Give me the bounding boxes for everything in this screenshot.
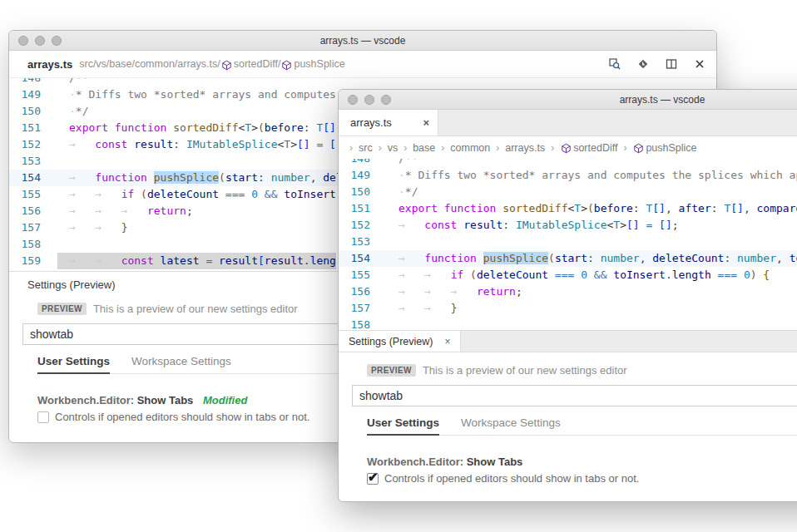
code-line-152[interactable]: 152→ const result: IMutableSplice<T>[] =… xyxy=(339,217,797,234)
zoom-window-button[interactable] xyxy=(52,36,62,46)
line-number: 150 xyxy=(9,103,57,120)
preview-badge: PREVIEW xyxy=(37,303,87,315)
settings-tab-bar: Settings (Preview) × xyxy=(339,331,797,352)
symbol-cube-icon xyxy=(281,60,292,71)
tab-user-settings[interactable]: User Settings xyxy=(367,416,439,436)
line-number: 150 xyxy=(339,184,387,200)
tab-arrays-ts[interactable]: arrays.ts × xyxy=(339,110,438,135)
window-title: arrays.ts — vscode xyxy=(339,94,797,106)
titlebar[interactable]: arrays.ts — vscode xyxy=(339,90,797,110)
path-segment[interactable]: src/vs/base/common/arrays.ts/ xyxy=(79,58,220,70)
breadcrumb-separator: › xyxy=(623,142,626,154)
breadcrumb-separator: › xyxy=(379,142,382,154)
line-number: 148 xyxy=(9,78,57,86)
show-tabs-checkbox[interactable] xyxy=(37,411,49,423)
breadcrumb-item-sortedDiff[interactable]: sortedDiff xyxy=(573,142,617,154)
editor-title-header: arrays.ts src/vs/base/common/arrays.ts/s… xyxy=(9,51,716,78)
setting-category: Workbench.Editor: xyxy=(367,456,463,468)
line-number: 156 xyxy=(9,203,57,219)
tab-label: arrays.ts xyxy=(350,116,423,129)
close-tab-icon[interactable]: × xyxy=(444,336,450,347)
line-number: 154 xyxy=(9,170,57,186)
line-number: 156 xyxy=(339,283,387,300)
breadcrumb-item-vs[interactable]: vs xyxy=(388,142,398,154)
code-line-155[interactable]: 155→ → if (deleteCount === 0 && toInsert… xyxy=(339,267,797,283)
minimize-window-button[interactable] xyxy=(35,36,45,46)
code-line-148[interactable]: 148/** xyxy=(339,159,797,167)
path-segment[interactable]: sortedDiff/ xyxy=(234,58,281,70)
settings-preview-panel: Settings (Preview) × PREVIEW This is a p… xyxy=(339,330,797,485)
line-number: 158 xyxy=(339,317,387,330)
close-window-button[interactable] xyxy=(18,36,28,46)
code-editor[interactable]: 148/**149·* Diffs two *sorted* arrays an… xyxy=(339,159,797,330)
traffic-lights xyxy=(348,90,391,109)
breadcrumb-separator: › xyxy=(349,142,353,154)
line-number: 154 xyxy=(339,250,387,267)
line-number: 153 xyxy=(339,234,387,250)
breadcrumb-item-arrays.ts[interactable]: arrays.ts xyxy=(505,142,545,154)
file-path-breadcrumb[interactable]: src/vs/base/common/arrays.ts/sortedDiff/… xyxy=(79,58,344,70)
line-number: 151 xyxy=(9,120,57,136)
tab-workspace-settings[interactable]: Workspace Settings xyxy=(131,355,231,373)
preview-badge: PREVIEW xyxy=(367,364,416,377)
preview-description: This is a preview of our new settings ed… xyxy=(423,364,627,377)
open-changes-icon[interactable] xyxy=(636,57,650,71)
line-number: 152 xyxy=(339,217,387,234)
minimize-window-button[interactable] xyxy=(364,95,374,105)
file-name-label: arrays.ts xyxy=(27,58,72,71)
breadcrumb-item-base[interactable]: base xyxy=(413,142,435,154)
tab-label: Settings (Preview) xyxy=(349,336,433,347)
breadcrumb-item-src[interactable]: src xyxy=(359,142,373,154)
traffic-lights xyxy=(18,31,62,50)
code-line-151[interactable]: 151export function sortedDiff<T>(before:… xyxy=(339,200,797,217)
vscode-window-tabs-shown: arrays.ts — vscode arrays.ts × ›src›vs›b… xyxy=(338,89,797,502)
close-editor-icon[interactable] xyxy=(693,57,706,71)
line-number: 149 xyxy=(339,167,387,184)
split-editor-icon[interactable] xyxy=(665,57,678,71)
code-line-156[interactable]: 156→ → → return; xyxy=(339,283,797,300)
code-line-149[interactable]: 149·* Diffs two *sorted* arrays and comp… xyxy=(339,167,797,184)
line-number: 148 xyxy=(339,159,387,167)
settings-search-input[interactable] xyxy=(352,385,797,406)
tab-user-settings[interactable]: User Settings xyxy=(37,355,110,374)
path-segment[interactable]: pushSplice xyxy=(294,58,344,70)
tab-settings-preview[interactable]: Settings (Preview) × xyxy=(339,331,461,352)
breadcrumb-item-pushSplice[interactable]: pushSplice xyxy=(646,142,696,154)
line-number: 152 xyxy=(9,136,57,153)
breadcrumb-separator: › xyxy=(403,142,407,154)
breadcrumb-separator: › xyxy=(441,142,444,154)
code-line-157[interactable]: 157→ → } xyxy=(339,300,797,317)
modified-indicator: Modified xyxy=(203,394,247,406)
close-tab-icon[interactable]: × xyxy=(423,116,429,129)
line-number: 157 xyxy=(9,219,57,236)
line-number: 159 xyxy=(9,253,57,269)
setting-description: Controls if opened editors should show i… xyxy=(55,411,309,423)
zoom-window-button[interactable] xyxy=(381,95,391,105)
breadcrumb-item-common[interactable]: common xyxy=(450,142,490,154)
code-line-153[interactable]: 153 xyxy=(339,234,797,250)
titlebar[interactable]: arrays.ts — vscode xyxy=(9,31,716,51)
symbol-cube-icon xyxy=(633,143,644,154)
line-number: 155 xyxy=(9,186,57,203)
setting-name: Show Tabs xyxy=(467,456,523,468)
tab-workspace-settings[interactable]: Workspace Settings xyxy=(461,416,561,435)
setting-show-tabs: Workbench.Editor: Show Tabs Controls if … xyxy=(367,456,797,485)
breadcrumb-separator: › xyxy=(551,142,554,154)
symbol-cube-icon xyxy=(561,143,572,154)
settings-scope-tabs: User Settings Workspace Settings xyxy=(367,416,797,436)
search-editor-icon[interactable] xyxy=(608,57,621,71)
code-line-150[interactable]: 150·*/ xyxy=(339,184,797,200)
code-line-154[interactable]: 154→ function pushSplice(start: number, … xyxy=(339,250,797,267)
setting-category: Workbench.Editor: xyxy=(37,394,134,406)
setting-name: Show Tabs xyxy=(137,394,194,406)
editor-actions xyxy=(608,51,706,77)
symbol-cube-icon xyxy=(221,60,232,71)
line-number: 151 xyxy=(339,200,387,217)
breadcrumb-separator: › xyxy=(496,142,499,154)
code-line-158[interactable]: 158 xyxy=(339,317,797,330)
close-window-button[interactable] xyxy=(348,95,358,105)
line-number: 155 xyxy=(339,267,387,283)
show-tabs-checkbox[interactable] xyxy=(367,473,379,485)
code-line-148[interactable]: 148/** xyxy=(9,78,716,86)
breadcrumbs: ›src›vs›base›common›arrays.ts›sortedDiff… xyxy=(339,136,797,159)
